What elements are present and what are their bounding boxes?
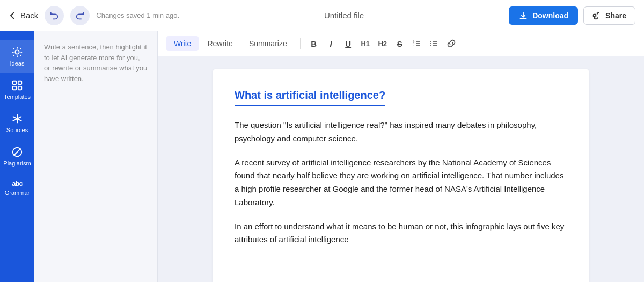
- sidebar-item-ideas[interactable]: Ideas: [0, 40, 34, 73]
- back-label: Back: [20, 11, 38, 20]
- sidebar-sources-label: Sources: [6, 127, 28, 133]
- grid-icon: [11, 79, 23, 91]
- svg-point-28: [430, 41, 431, 42]
- topbar: Back Changes saved 1 min ago. Untitled f…: [0, 0, 644, 31]
- italic-icon: I: [330, 39, 332, 48]
- svg-rect-11: [18, 81, 21, 84]
- ordered-list-icon: 1 2 3: [413, 39, 421, 48]
- svg-line-18: [13, 148, 20, 155]
- strikethrough-icon: S: [397, 39, 402, 48]
- h1-button[interactable]: H1: [357, 35, 374, 52]
- editor-toolbar: Write Rewrite Summarize B I U H1 H2 S: [158, 31, 644, 56]
- tab-summarize[interactable]: Summarize: [241, 36, 295, 51]
- sidebar: Ideas Templates Sources Plagiarism abc G…: [0, 31, 34, 282]
- undo-icon: [49, 11, 59, 20]
- link-icon: [447, 39, 456, 48]
- back-button[interactable]: Back: [9, 11, 38, 20]
- file-title: Untitled file: [186, 11, 502, 20]
- sidebar-item-plagiarism[interactable]: Plagiarism: [0, 140, 34, 173]
- redo-button[interactable]: [70, 6, 90, 25]
- document-title: What is artificial intelligence?: [235, 86, 385, 106]
- sun-icon: [11, 46, 23, 58]
- share-button[interactable]: Share: [583, 6, 635, 25]
- sidebar-templates-label: Templates: [4, 93, 31, 100]
- left-panel: Write a sentence, then highlight it to l…: [34, 31, 158, 282]
- topbar-right: Download Share: [509, 6, 635, 25]
- asterisk-icon: [11, 113, 23, 125]
- sidebar-item-sources[interactable]: Sources: [0, 106, 34, 140]
- sidebar-plagiarism-label: Plagiarism: [3, 160, 31, 167]
- tab-rewrite[interactable]: Rewrite: [200, 36, 240, 51]
- bold-button[interactable]: B: [306, 35, 322, 52]
- svg-rect-13: [18, 86, 21, 90]
- h1-icon: H1: [361, 40, 370, 48]
- italic-button[interactable]: I: [323, 35, 339, 52]
- ordered-list-button[interactable]: 1 2 3: [409, 35, 425, 52]
- doc-paragraph-1: The question "Is artificial intelligence…: [235, 119, 567, 146]
- sidebar-ideas-label: Ideas: [10, 60, 25, 67]
- main-layout: Ideas Templates Sources Plagiarism abc G…: [0, 31, 644, 282]
- share-icon: [592, 11, 601, 20]
- svg-line-9: [20, 48, 21, 49]
- strikethrough-button[interactable]: S: [392, 35, 408, 52]
- sidebar-grammar-label: Grammar: [5, 190, 30, 196]
- circle-slash-icon: [11, 146, 23, 158]
- sidebar-item-grammar[interactable]: abc Grammar: [0, 173, 34, 203]
- svg-rect-10: [13, 81, 16, 84]
- link-button[interactable]: [443, 35, 459, 52]
- chevron-left-icon: [9, 11, 17, 20]
- download-button[interactable]: Download: [509, 6, 578, 25]
- download-label: Download: [532, 11, 568, 20]
- abc-icon: abc: [12, 179, 22, 187]
- unordered-list-icon: [430, 39, 438, 48]
- ai-hint-text: Write a sentence, then highlight it to l…: [44, 42, 148, 84]
- editor-doc-wrap: What is artificial intelligence? The que…: [158, 56, 644, 282]
- svg-rect-12: [13, 86, 16, 90]
- tab-write[interactable]: Write: [166, 36, 199, 51]
- svg-line-6: [13, 48, 14, 49]
- download-icon: [518, 11, 528, 20]
- svg-point-30: [430, 45, 431, 46]
- doc-paragraph-3: In an effort to understand what it means…: [235, 220, 567, 247]
- doc-paragraph-2: A recent survey of artificial intelligen…: [235, 156, 567, 209]
- editor-document[interactable]: What is artificial intelligence? The que…: [213, 69, 589, 282]
- svg-text:3: 3: [413, 44, 415, 47]
- sidebar-item-templates[interactable]: Templates: [0, 73, 34, 106]
- topbar-left: Back Changes saved 1 min ago.: [9, 6, 179, 25]
- toolbar-divider: [300, 38, 301, 49]
- svg-point-29: [430, 43, 431, 44]
- underline-button[interactable]: U: [340, 35, 356, 52]
- redo-icon: [75, 11, 85, 20]
- saved-status: Changes saved 1 min ago.: [96, 11, 179, 19]
- h2-button[interactable]: H2: [375, 35, 391, 52]
- unordered-list-button[interactable]: [426, 35, 442, 52]
- share-label: Share: [605, 11, 626, 20]
- bold-icon: B: [311, 39, 317, 48]
- undo-button[interactable]: [45, 6, 64, 25]
- svg-line-7: [20, 55, 21, 56]
- underline-icon: U: [345, 39, 351, 48]
- svg-point-1: [15, 50, 19, 54]
- h2-icon: H2: [378, 40, 387, 48]
- svg-line-8: [13, 55, 14, 56]
- editor-area: Write Rewrite Summarize B I U H1 H2 S: [158, 31, 644, 282]
